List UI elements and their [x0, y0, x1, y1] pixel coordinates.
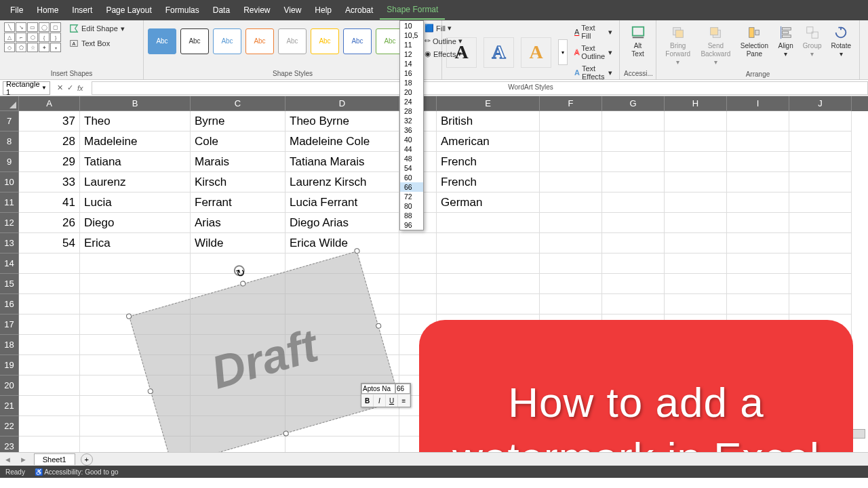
cell[interactable]	[727, 274, 789, 294]
italic-button[interactable]: I	[374, 394, 386, 407]
row-header[interactable]: 19	[0, 355, 19, 375]
cell[interactable]	[191, 436, 285, 452]
cell[interactable]	[789, 131, 852, 152]
cell[interactable]	[80, 396, 191, 416]
cell[interactable]	[665, 192, 727, 213]
cell[interactable]: British	[437, 111, 540, 131]
fontsize-option[interactable]: 16	[400, 68, 423, 78]
cell[interactable]	[789, 253, 852, 274]
cell[interactable]: Theo	[80, 111, 191, 131]
cell[interactable]	[665, 233, 727, 253]
fontsize-option[interactable]: 72	[400, 192, 423, 201]
cell[interactable]: Ferrant	[191, 192, 285, 213]
cell[interactable]	[399, 233, 437, 253]
cell[interactable]	[399, 253, 437, 274]
cell[interactable]	[789, 274, 852, 294]
sheet-tab[interactable]: Sheet1	[34, 453, 75, 465]
fontsize-option[interactable]: 36	[400, 125, 423, 135]
cell[interactable]	[437, 233, 540, 253]
cell[interactable]: Erica Wilde	[285, 233, 399, 253]
cell[interactable]	[19, 396, 80, 416]
cell[interactable]	[789, 233, 852, 253]
cell[interactable]	[540, 131, 602, 152]
cell[interactable]	[80, 253, 191, 274]
cell[interactable]	[602, 253, 665, 274]
cell[interactable]: 28	[19, 131, 80, 152]
add-sheet-button[interactable]: +	[81, 453, 93, 466]
cell[interactable]	[285, 314, 399, 335]
cell[interactable]	[789, 111, 852, 131]
cell[interactable]	[80, 375, 191, 396]
text-effects-button[interactable]: A Text Effects ▾	[572, 63, 615, 82]
fontsize-option[interactable]: 40	[400, 135, 423, 144]
cell[interactable]	[602, 274, 665, 294]
cell[interactable]: 37	[19, 111, 80, 131]
fontsize-option[interactable]: 10,5	[400, 30, 423, 40]
tab-review[interactable]: Review	[237, 1, 277, 19]
cell[interactable]	[19, 253, 80, 274]
cell[interactable]	[727, 233, 789, 253]
cell[interactable]	[665, 213, 727, 233]
cell[interactable]	[727, 213, 789, 233]
tab-formulas[interactable]: Formulas	[159, 1, 206, 19]
cell[interactable]	[540, 111, 602, 131]
tab-acrobat[interactable]: Acrobat	[338, 1, 380, 19]
cell[interactable]: French	[437, 172, 540, 192]
cell[interactable]	[285, 335, 399, 355]
cell[interactable]: Kirsch	[191, 172, 285, 192]
fontsize-option[interactable]: 48	[400, 154, 423, 163]
cell[interactable]: French	[437, 152, 540, 172]
cell[interactable]	[665, 172, 727, 192]
fontsize-option[interactable]: 54	[400, 163, 423, 173]
fontsize-option[interactable]: 24	[400, 97, 423, 106]
fontsize-option[interactable]: 10	[400, 21, 423, 30]
cell[interactable]	[80, 294, 191, 314]
row-header[interactable]: 14	[0, 253, 19, 274]
cell[interactable]	[540, 192, 602, 213]
cell[interactable]	[191, 314, 285, 335]
fontsize-option[interactable]: 11	[400, 40, 423, 49]
cell[interactable]	[437, 253, 540, 274]
column-header[interactable]: H	[665, 96, 727, 111]
cell[interactable]: Lucia Ferrant	[285, 192, 399, 213]
cell[interactable]	[727, 152, 789, 172]
cell[interactable]	[191, 416, 285, 436]
fontsize-option[interactable]: 66	[400, 182, 423, 192]
cell[interactable]: American	[437, 131, 540, 152]
cell[interactable]: Cole	[191, 131, 285, 152]
cell[interactable]: Theo Byrne	[285, 111, 399, 131]
cell[interactable]	[665, 131, 727, 152]
tab-page-layout[interactable]: Page Layout	[99, 1, 158, 19]
row-header[interactable]: 16	[0, 294, 19, 314]
edit-shape-button[interactable]: Edit Shape ▾	[66, 22, 127, 35]
row-header[interactable]: 21	[0, 396, 19, 416]
sheet-nav-prev[interactable]: ◄	[0, 455, 16, 464]
cell[interactable]	[80, 436, 191, 452]
tab-view[interactable]: View	[277, 1, 309, 19]
cell[interactable]	[80, 416, 191, 436]
cell[interactable]: Wilde	[191, 233, 285, 253]
cell[interactable]	[727, 294, 789, 314]
tab-insert[interactable]: Insert	[65, 1, 99, 19]
column-header[interactable]: E	[437, 96, 540, 111]
selection-pane-button[interactable]: Selection Pane	[736, 22, 772, 69]
select-all-corner[interactable]	[0, 96, 19, 111]
cell[interactable]: 33	[19, 172, 80, 192]
cell[interactable]	[19, 436, 80, 452]
cell[interactable]	[789, 152, 852, 172]
row-header[interactable]: 8	[0, 131, 19, 152]
cell[interactable]	[540, 253, 602, 274]
row-header[interactable]: 17	[0, 314, 19, 335]
cell[interactable]	[540, 172, 602, 192]
cell[interactable]: Arias	[191, 213, 285, 233]
cell[interactable]	[191, 335, 285, 355]
cell[interactable]	[789, 294, 852, 314]
cell[interactable]	[665, 274, 727, 294]
cell[interactable]	[727, 131, 789, 152]
cell[interactable]	[285, 416, 399, 436]
cell[interactable]	[602, 131, 665, 152]
cell[interactable]: Madeleine Cole	[285, 131, 399, 152]
cell[interactable]	[19, 314, 80, 335]
sheet-nav-next[interactable]: ►	[16, 455, 31, 464]
cell[interactable]	[602, 192, 665, 213]
